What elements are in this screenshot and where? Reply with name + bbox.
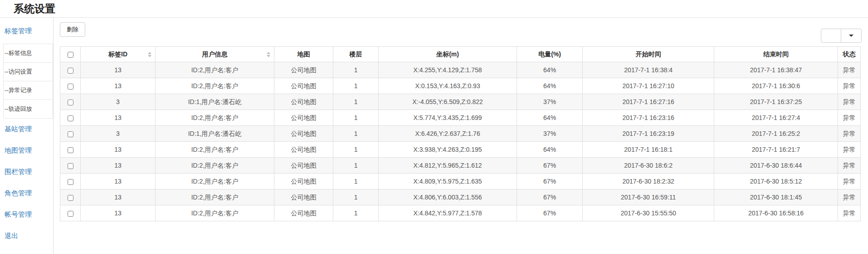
cell-end: 2017-7-1 16:25:2 — [714, 126, 838, 142]
page-title: 系统设置 — [14, 3, 868, 15]
row-checkbox[interactable] — [68, 211, 73, 217]
records-table: 标签ID用户信息地图楼层坐标(m)电量(%)开始时间结束时间状态 13ID:2,… — [60, 46, 861, 221]
table-row: 13ID:2,用户名:客户公司地图1X:4.809,Y:5.975,Z:1.63… — [60, 174, 861, 189]
cell-floor: 1 — [333, 78, 379, 94]
cell-end: 2017-6-30 16:58:16 — [714, 205, 838, 221]
header-cell-floor: 楼层 — [333, 47, 379, 62]
cell-status: 异常 — [838, 205, 860, 221]
sidebar-item-account-management[interactable]: 帐号管理 — [0, 204, 53, 225]
cell-coord: X:0.153,Y:4.163,Z:0.93 — [379, 78, 517, 94]
cell-start: 2017-7-1 16:38:4 — [583, 62, 714, 78]
cell-map: 公司地图 — [274, 158, 333, 174]
cell-floor: 1 — [333, 62, 379, 78]
cell-coord: X:-4.055,Y:6.509,Z:0.822 — [379, 94, 517, 110]
cell-select — [60, 126, 81, 142]
cell-start: 2017-7-1 16:27:10 — [583, 78, 714, 94]
cell-start: 2017-6-30 15:55:50 — [583, 205, 714, 221]
sort-icon[interactable] — [148, 51, 151, 58]
cell-start: 2017-6-30 16:59:11 — [583, 189, 714, 205]
row-checkbox[interactable] — [68, 131, 73, 137]
row-checkbox[interactable] — [68, 163, 73, 169]
cell-status: 异常 — [838, 62, 860, 78]
cell-start: 2017-7-1 16:27:16 — [583, 94, 714, 110]
cell-status: 异常 — [838, 142, 860, 158]
cell-end: 2017-6-30 18:6:44 — [714, 158, 838, 174]
cell-id: 13 — [81, 78, 156, 94]
sidebar-item-role-management[interactable]: 角色管理 — [0, 183, 53, 204]
cell-start: 2017-6-30 18:2:32 — [583, 174, 714, 189]
sidebar: 标签管理 --标签信息--访问设置--异常记录--轨迹回放 基站管理地图管理围栏… — [0, 18, 54, 254]
cell-select — [60, 142, 81, 158]
cell-status: 异常 — [838, 126, 860, 142]
cell-select — [60, 78, 81, 94]
cell-end: 2017-6-30 18:1:45 — [714, 189, 838, 205]
row-checkbox[interactable] — [68, 100, 73, 105]
cell-map: 公司地图 — [274, 126, 333, 142]
cell-start: 2017-6-30 18:6:2 — [583, 158, 714, 174]
header-cell-battery: 电量(%) — [517, 47, 583, 62]
row-checkbox[interactable] — [68, 147, 73, 153]
cell-start: 2017-7-1 16:23:16 — [583, 110, 714, 126]
cell-battery: 67% — [517, 158, 583, 174]
cell-user: ID:2,用户名:客户 — [156, 142, 274, 158]
cell-select — [60, 189, 81, 205]
cell-coord: X:4.809,Y:5.975,Z:1.635 — [379, 174, 517, 189]
cell-floor: 1 — [333, 126, 379, 142]
sidebar-item-tag-management[interactable]: 标签管理 — [0, 22, 53, 40]
sidebar-item-map-management[interactable]: 地图管理 — [0, 140, 53, 161]
row-checkbox[interactable] — [68, 115, 73, 121]
table-row: 13ID:2,用户名:客户公司地图1X:4.842,Y:5.977,Z:1.57… — [60, 205, 861, 221]
header-cell-id[interactable]: 标签ID — [81, 47, 156, 62]
sort-icon[interactable] — [267, 51, 270, 58]
cell-coord: X:6.426,Y:2.637,Z:1.76 — [379, 126, 517, 142]
cell-coord: X:4.812,Y:5.965,Z:1.612 — [379, 158, 517, 174]
cell-floor: 1 — [333, 205, 379, 221]
header-cell-user[interactable]: 用户信息 — [156, 47, 274, 62]
cell-battery: 64% — [517, 142, 583, 158]
cell-id: 13 — [81, 142, 156, 158]
cell-id: 3 — [81, 94, 156, 110]
row-checkbox[interactable] — [68, 179, 73, 185]
sidebar-item-fence-management[interactable]: 围栏管理 — [0, 161, 53, 183]
cell-battery: 64% — [517, 78, 583, 94]
sidebar-item-abnormal-records[interactable]: --异常记录 — [4, 81, 53, 100]
sidebar-item-tag-info[interactable]: --标签信息 — [4, 44, 53, 63]
cell-battery: 67% — [517, 189, 583, 205]
cell-select — [60, 205, 81, 221]
row-checkbox[interactable] — [68, 195, 73, 201]
cell-id: 3 — [81, 126, 156, 142]
page-size-caret-button[interactable] — [841, 29, 861, 42]
chevron-down-icon — [849, 35, 853, 37]
cell-end: 2017-6-30 18:5:12 — [714, 174, 838, 189]
table-row: 13ID:2,用户名:客户公司地图1X:4.255,Y:4.129,Z:1.75… — [60, 62, 861, 78]
cell-floor: 1 — [333, 94, 379, 110]
cell-start: 2017-7-1 16:23:19 — [583, 126, 714, 142]
cell-map: 公司地图 — [274, 62, 333, 78]
cell-floor: 1 — [333, 110, 379, 126]
sidebar-item-track-playback[interactable]: --轨迹回放 — [4, 100, 53, 119]
cell-select — [60, 110, 81, 126]
cell-coord: X:4.842,Y:5.977,Z:1.578 — [379, 205, 517, 221]
page-size-dropdown[interactable] — [821, 29, 862, 43]
cell-battery: 37% — [517, 126, 583, 142]
cell-battery: 64% — [517, 62, 583, 78]
sidebar-item-access-settings[interactable]: --访问设置 — [4, 63, 53, 81]
row-checkbox[interactable] — [68, 84, 73, 90]
cell-coord: X:5.774,Y:3.435,Z:1.699 — [379, 110, 517, 126]
sidebar-item-station-management[interactable]: 基站管理 — [0, 119, 53, 140]
select-all-checkbox[interactable] — [68, 52, 73, 58]
delete-button[interactable]: 删除 — [60, 22, 85, 37]
cell-status: 异常 — [838, 78, 860, 94]
row-checkbox[interactable] — [68, 68, 73, 74]
cell-id: 13 — [81, 205, 156, 221]
cell-map: 公司地图 — [274, 142, 333, 158]
cell-end: 2017-7-1 16:21:7 — [714, 142, 838, 158]
sidebar-item-logout[interactable]: 退出 — [0, 225, 53, 247]
cell-status: 异常 — [838, 174, 860, 189]
cell-battery: 67% — [517, 205, 583, 221]
content: 标签管理 --标签信息--访问设置--异常记录--轨迹回放 基站管理地图管理围栏… — [0, 18, 868, 254]
cell-map: 公司地图 — [274, 174, 333, 189]
cell-map: 公司地图 — [274, 205, 333, 221]
sidebar-sub-menu: --标签信息--访问设置--异常记录--轨迹回放 — [3, 44, 53, 119]
cell-map: 公司地图 — [274, 78, 333, 94]
